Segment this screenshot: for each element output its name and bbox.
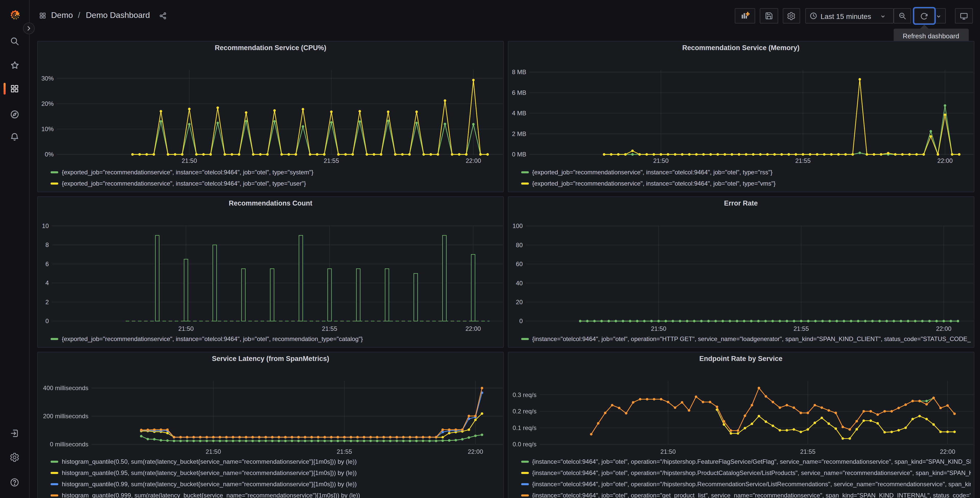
svg-text:20: 20 xyxy=(515,298,522,305)
svg-text:10: 10 xyxy=(42,222,49,229)
svg-text:21:50: 21:50 xyxy=(653,157,668,164)
svg-text:4 MB: 4 MB xyxy=(512,110,526,117)
svg-text:21:55: 21:55 xyxy=(324,157,339,164)
svg-text:8: 8 xyxy=(46,241,49,248)
svg-text:100: 100 xyxy=(512,222,522,229)
svg-text:8 MB: 8 MB xyxy=(512,69,526,75)
svg-text:21:50: 21:50 xyxy=(651,325,666,332)
svg-text:21:50: 21:50 xyxy=(206,448,221,455)
svg-text:0: 0 xyxy=(519,318,522,324)
svg-text:0.1 req/s: 0.1 req/s xyxy=(512,425,536,431)
svg-text:0 milliseconds: 0 milliseconds xyxy=(50,441,88,448)
svg-text:2: 2 xyxy=(46,298,49,305)
svg-text:60: 60 xyxy=(515,260,522,267)
svg-text:21:50: 21:50 xyxy=(660,448,676,455)
svg-text:22:00: 22:00 xyxy=(466,325,481,332)
svg-text:0.2 req/s: 0.2 req/s xyxy=(512,408,536,415)
svg-text:200 milliseconds: 200 milliseconds xyxy=(43,413,88,420)
svg-text:20%: 20% xyxy=(41,100,54,107)
svg-text:4: 4 xyxy=(46,279,49,286)
svg-text:30%: 30% xyxy=(41,75,54,82)
svg-text:0.3 req/s: 0.3 req/s xyxy=(512,391,536,398)
svg-text:0.0 req/s: 0.0 req/s xyxy=(512,441,536,448)
svg-text:0 MB: 0 MB xyxy=(512,151,526,158)
svg-text:22:00: 22:00 xyxy=(937,157,952,164)
svg-text:21:55: 21:55 xyxy=(795,157,810,164)
svg-text:6: 6 xyxy=(46,260,49,267)
svg-text:21:55: 21:55 xyxy=(322,325,337,332)
svg-text:21:55: 21:55 xyxy=(337,448,352,455)
svg-text:6 MB: 6 MB xyxy=(512,89,526,96)
svg-text:2 MB: 2 MB xyxy=(512,130,526,137)
svg-text:10%: 10% xyxy=(41,126,54,132)
svg-text:22:00: 22:00 xyxy=(466,157,481,164)
svg-text:21:55: 21:55 xyxy=(793,325,808,332)
svg-text:0%: 0% xyxy=(45,151,54,158)
svg-text:21:50: 21:50 xyxy=(181,157,197,164)
svg-text:22:00: 22:00 xyxy=(468,448,483,455)
svg-text:21:50: 21:50 xyxy=(178,325,194,332)
svg-text:0: 0 xyxy=(46,318,49,324)
svg-text:400 milliseconds: 400 milliseconds xyxy=(43,385,88,391)
svg-text:22:00: 22:00 xyxy=(940,448,955,455)
svg-text:22:00: 22:00 xyxy=(936,325,951,332)
svg-text:40: 40 xyxy=(515,280,522,287)
svg-text:80: 80 xyxy=(515,242,522,249)
svg-text:21:55: 21:55 xyxy=(800,448,815,455)
